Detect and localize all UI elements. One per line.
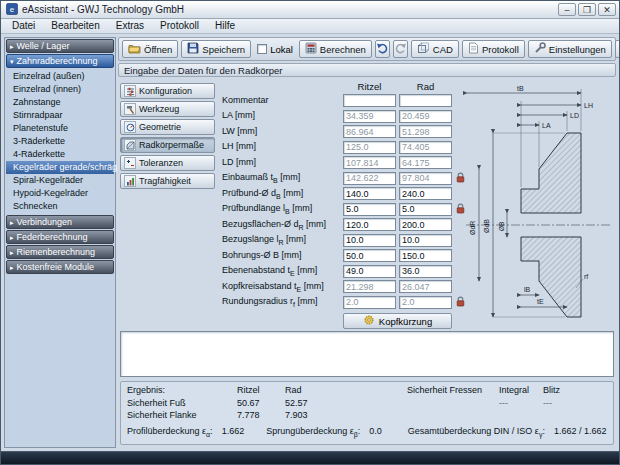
lh-label: LH [mm] xyxy=(222,141,340,153)
menubar: Datei Bearbeiten Extras Protokoll Hilfe xyxy=(1,19,619,34)
app-window: e eAssistant - GWJ Technology GmbH – ❐ ✕… xyxy=(0,0,620,465)
ld-ritzel-input[interactable] xyxy=(343,156,396,169)
sidebar-item-kegelraeder[interactable]: Kegelräder gerade/schräg xyxy=(6,161,114,174)
sidebar-header-federberechnung[interactable]: ▸ Federberechnung xyxy=(6,230,114,244)
pruefbundlaenge-rad-input[interactable] xyxy=(399,203,452,216)
close-icon[interactable]: ✕ xyxy=(598,3,616,16)
form-row: Prüfbund-Ø dB [mm] xyxy=(222,186,462,202)
kopfkuerzung-button[interactable]: Kopfkürzung xyxy=(343,313,452,329)
gesamt-ueberdeckung-value: 1.662 / 1.662 xyxy=(554,426,607,436)
nav-toleranzen-button[interactable]: Toleranzen xyxy=(120,155,215,171)
calculate-button[interactable]: Berechnen xyxy=(299,40,372,58)
results-col-rad: Rad xyxy=(285,385,407,397)
cad-cube-icon xyxy=(417,42,430,56)
einbaumass-label: Einbaumaß tB [mm] xyxy=(222,172,340,184)
rundungsradius-ritzel-input[interactable] xyxy=(343,296,396,309)
sidebar-item-list: Einzelrad (außen) Einzelrad (innen) Zahn… xyxy=(6,69,114,214)
bar-chart-icon xyxy=(124,175,136,187)
bezugslaenge-rad-input[interactable] xyxy=(399,234,452,247)
pruefbund-d-label: Prüfbund-Ø dB [mm] xyxy=(222,188,340,200)
results-title: Ergebnis: xyxy=(127,385,237,397)
protocol-button[interactable]: Protokoll xyxy=(462,40,525,58)
nav-werkzeug-button[interactable]: Werkzeug xyxy=(120,101,215,117)
ebenenabstand-ritzel-input[interactable] xyxy=(343,265,396,278)
ld-rad-input[interactable] xyxy=(399,156,452,169)
menu-protokoll[interactable]: Protokoll xyxy=(152,20,207,32)
nav-radkoerpermasse-button[interactable]: Radkörpermaße xyxy=(120,137,215,153)
bezugsflaechen-d-rad-input[interactable] xyxy=(399,218,452,231)
local-checkbox[interactable]: Lokal xyxy=(254,44,296,55)
document-icon xyxy=(468,42,479,56)
sidebar-header-riemenberechnung[interactable]: ▸ Riemenberechnung xyxy=(6,245,114,259)
section-title: Eingabe der Daten für den Radkörper xyxy=(124,65,282,76)
lw-rad-input[interactable] xyxy=(399,125,452,138)
undo-button[interactable] xyxy=(375,40,390,58)
sidebar-item-einzelrad-aussen[interactable]: Einzelrad (außen) xyxy=(6,70,114,83)
results-col-fressen: Sicherheit Fressen xyxy=(407,385,499,397)
einbaumass-ritzel-input[interactable] xyxy=(343,172,396,185)
menu-extras[interactable]: Extras xyxy=(108,20,152,32)
save-button[interactable]: Speichern xyxy=(181,40,251,58)
einbaumass-rad-input[interactable] xyxy=(399,172,452,185)
main-panel: Öffnen Speichern Lokal Berechnen xyxy=(118,37,616,448)
settings-button[interactable]: Einstellungen xyxy=(528,40,612,58)
la-ritzel-input[interactable] xyxy=(343,110,396,123)
kommentar-rad-input[interactable] xyxy=(399,94,452,107)
form-row: LA [mm] xyxy=(222,109,462,125)
kopfkreisabstand-ritzel-input[interactable] xyxy=(343,280,396,293)
gear-icon xyxy=(363,314,375,328)
menu-bearbeiten[interactable]: Bearbeiten xyxy=(43,20,107,32)
sidebar-header-zahnradberechnung[interactable]: ▾ Zahnradberechnung xyxy=(6,54,114,68)
help-button[interactable]: ? Hilfe xyxy=(615,40,620,58)
open-button[interactable]: Öffnen xyxy=(122,40,178,58)
sprung-ueberdeckung-value: 0.0 xyxy=(369,426,382,436)
sidebar-header-welle-lager[interactable]: ▸ Welle / Lager xyxy=(6,39,114,53)
pruefbundlaenge-ritzel-input[interactable] xyxy=(343,203,396,216)
sidebar-item-planetenstufe[interactable]: Planetenstufe xyxy=(6,122,114,135)
pruefbund-d-rad-input[interactable] xyxy=(399,187,452,200)
sidebar-item-hypoid-kegelraeder[interactable]: Hypoid-Kegelräder xyxy=(6,187,114,200)
status-bar xyxy=(1,451,619,464)
pruefbund-d-ritzel-input[interactable] xyxy=(343,187,396,200)
form-row: Rundungsradius rf [mm] xyxy=(222,295,462,311)
sidebar-item-spiral-kegelraeder[interactable]: Spiral-Kegelräder xyxy=(6,174,114,187)
nav-konfiguration-button[interactable]: Konfiguration xyxy=(120,83,215,99)
sidebar-item-3-raederkette[interactable]: 3-Räderkette xyxy=(6,135,114,148)
results-col-integral: Integral xyxy=(499,385,543,397)
la-rad-input[interactable] xyxy=(399,110,452,123)
message-area xyxy=(120,331,614,377)
sidebar-item-einzelrad-innen[interactable]: Einzelrad (innen) xyxy=(6,83,114,96)
bohrungs-d-rad-input[interactable] xyxy=(399,249,452,262)
redo-button[interactable] xyxy=(393,40,408,58)
sidebar-item-zahnstange[interactable]: Zahnstange xyxy=(6,96,114,109)
sidebar-item-schnecken[interactable]: Schnecken xyxy=(6,200,114,213)
maximize-icon[interactable]: ❐ xyxy=(578,3,596,16)
bohrungs-d-ritzel-input[interactable] xyxy=(343,249,396,262)
kopfkreisabstand-rad-input[interactable] xyxy=(399,280,452,293)
bezugslaenge-label: Bezugslänge lR [mm] xyxy=(222,234,340,246)
sidebar-header-kostenfreie-module[interactable]: ▸ Kostenfreie Module xyxy=(6,260,114,274)
sidebar-header-verbindungen[interactable]: ▸ Verbindungen xyxy=(6,215,114,229)
sidebar-item-stirnradpaar[interactable]: Stirnradpaar xyxy=(6,109,114,122)
lw-ritzel-input[interactable] xyxy=(343,125,396,138)
menu-datei[interactable]: Datei xyxy=(4,20,43,32)
bezugsflaechen-d-ritzel-input[interactable] xyxy=(343,218,396,231)
ebenenabstand-rad-input[interactable] xyxy=(399,265,452,278)
chevron-right-icon: ▸ xyxy=(10,234,14,241)
kommentar-ritzel-input[interactable] xyxy=(343,94,396,107)
form-row: Ebenenabstand tE [mm] xyxy=(222,264,462,280)
cad-button[interactable]: CAD xyxy=(411,40,459,58)
form-row: LD [mm] xyxy=(222,155,462,171)
nav-geometrie-button[interactable]: Geometrie xyxy=(120,119,215,135)
window-title: eAssistant - GWJ Technology GmbH xyxy=(22,4,554,15)
rundungsradius-rad-input[interactable] xyxy=(399,296,452,309)
nav-tragfaehigkeit-button[interactable]: Tragfähigkeit xyxy=(120,173,215,189)
minimize-icon[interactable]: – xyxy=(558,3,576,16)
wrench-icon xyxy=(534,42,546,56)
lh-rad-input[interactable] xyxy=(399,141,452,154)
menu-hilfe[interactable]: Hilfe xyxy=(207,20,243,32)
sidebar-item-4-raederkette[interactable]: 4-Räderkette xyxy=(6,148,114,161)
lh-ritzel-input[interactable] xyxy=(343,141,396,154)
bezugslaenge-ritzel-input[interactable] xyxy=(343,234,396,247)
app-icon: e xyxy=(6,1,18,19)
